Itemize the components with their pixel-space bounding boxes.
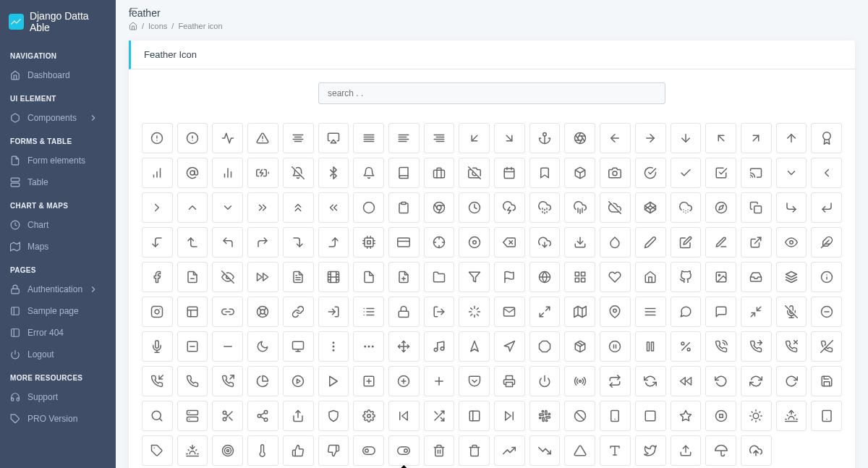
icon-trash-2[interactable]: [424, 435, 455, 466]
icon-globe[interactable]: [529, 262, 561, 292]
icon-at-sign[interactable]: [177, 158, 208, 188]
icon-rotate-cw[interactable]: [776, 366, 807, 396]
icon-grid[interactable]: [564, 262, 595, 292]
icon-aperture[interactable]: [564, 123, 595, 153]
icon-skip-forward[interactable]: [494, 401, 525, 431]
icon-arrow-right[interactable]: [635, 123, 666, 153]
icon-mic-off[interactable]: [776, 297, 807, 327]
icon-corner-up-left[interactable]: [212, 227, 243, 258]
icon-align-right[interactable]: [424, 123, 455, 153]
nav-pro-version[interactable]: PRO Version: [0, 408, 116, 430]
icon-corner-right-up[interactable]: [318, 227, 349, 258]
icon-tag[interactable]: [142, 435, 173, 466]
icon-check-square[interactable]: [705, 158, 736, 188]
home-icon[interactable]: [129, 22, 137, 30]
icon-toggle-right[interactable]: icon-voicemail: [388, 435, 420, 466]
icon-plus-circle[interactable]: [388, 366, 420, 396]
icon-box[interactable]: [564, 158, 595, 188]
icon-play-circle[interactable]: [283, 366, 314, 396]
icon-map[interactable]: [564, 297, 595, 327]
icon-feather[interactable]: [811, 227, 842, 258]
icon-eye[interactable]: [776, 227, 807, 258]
icon-pause-circle[interactable]: [600, 331, 631, 362]
icon-life-buoy[interactable]: [247, 297, 278, 327]
icon-airplay[interactable]: [318, 123, 349, 153]
icon-align-justify[interactable]: [353, 123, 384, 153]
icon-bookmark[interactable]: [529, 158, 561, 188]
icon-corner-right-down[interactable]: [283, 227, 314, 258]
icon-package[interactable]: [564, 331, 595, 362]
icon-move[interactable]: [388, 331, 420, 362]
icon-corner-left-down[interactable]: [142, 227, 173, 258]
icon-repeat[interactable]: [600, 366, 631, 396]
search-input[interactable]: [318, 82, 665, 104]
icon-server[interactable]: [177, 401, 208, 431]
icon-log-out[interactable]: [424, 297, 455, 327]
icon-pause[interactable]: [635, 331, 666, 362]
icon-info[interactable]: [811, 262, 842, 292]
nav-form-elements[interactable]: Form elements: [0, 150, 116, 171]
icon-circle[interactable]: [353, 192, 384, 223]
icon-activity[interactable]: [212, 123, 243, 153]
icon-credit-card[interactable]: [388, 227, 420, 258]
icon-link-2[interactable]: [212, 297, 243, 327]
icon-sunrise[interactable]: [776, 401, 807, 431]
icon-twitter[interactable]: [635, 435, 666, 466]
icon-message-square[interactable]: [705, 297, 736, 327]
icon-droplet[interactable]: [600, 227, 631, 258]
icon-camera[interactable]: [600, 158, 631, 188]
icon-arrow-up[interactable]: [776, 123, 807, 153]
icon-edit-2[interactable]: [635, 227, 666, 258]
icon-chevrons-left[interactable]: [318, 192, 349, 223]
icon-external-link[interactable]: [741, 227, 772, 258]
icon-calendar[interactable]: [494, 158, 525, 188]
icon-type[interactable]: [600, 435, 631, 466]
icon-skip-back[interactable]: [388, 401, 420, 431]
nav-sample-page[interactable]: Sample page: [0, 300, 116, 322]
icon-fast-forward[interactable]: [247, 262, 278, 292]
icon-folder[interactable]: [424, 262, 455, 292]
icon-corner-down-right[interactable]: [776, 192, 807, 223]
icon-arrow-up-right[interactable]: [741, 123, 772, 153]
icon-phone-forwarded[interactable]: [741, 331, 772, 362]
icon-thumbs-up[interactable]: [283, 435, 314, 466]
icon-navigation-2[interactable]: [459, 331, 490, 362]
icon-cloud-rain[interactable]: [564, 192, 595, 223]
icon-menu[interactable]: [635, 297, 666, 327]
icon-slack[interactable]: [529, 401, 561, 431]
icon-sun[interactable]: [741, 401, 772, 431]
icon-arrow-down[interactable]: [671, 123, 702, 153]
icon-minus-square[interactable]: [177, 331, 208, 362]
icon-image[interactable]: [705, 262, 736, 292]
icon-shield[interactable]: [318, 401, 349, 431]
breadcrumb-icons[interactable]: Icons: [148, 22, 167, 30]
icon-home[interactable]: [635, 262, 666, 292]
icon-share-2[interactable]: [247, 401, 278, 431]
icon-bluetooth[interactable]: [318, 158, 349, 188]
icon-alert-circle[interactable]: [142, 123, 173, 153]
icon-play[interactable]: [318, 366, 349, 396]
icon-triangle[interactable]: [564, 435, 595, 466]
icon-link[interactable]: [283, 297, 314, 327]
icon-log-in[interactable]: [318, 297, 349, 327]
icon-flag[interactable]: [494, 262, 525, 292]
icon-facebook[interactable]: [142, 262, 173, 292]
icon-more-horizontal[interactable]: [353, 331, 384, 362]
icon-alert-triangle[interactable]: [247, 123, 278, 153]
icon-chevron-down[interactable]: [776, 158, 807, 188]
icon-align-center[interactable]: [283, 123, 314, 153]
icon-refresh-cw[interactable]: [741, 366, 772, 396]
icon-percent[interactable]: [671, 331, 702, 362]
icon-umbrella[interactable]: [705, 435, 736, 466]
icon-refresh-ccw[interactable]: [635, 366, 666, 396]
icon-trending-down[interactable]: [529, 435, 561, 466]
icon-chevron-down[interactable]: [212, 192, 243, 223]
icon-layers[interactable]: [776, 262, 807, 292]
icon-upload[interactable]: [671, 435, 702, 466]
icon-edit-3[interactable]: [705, 227, 736, 258]
icon-filter[interactable]: [459, 262, 490, 292]
icon-arrow-up-left[interactable]: [705, 123, 736, 153]
icon-smartphone[interactable]: [600, 401, 631, 431]
icon-copy[interactable]: [741, 192, 772, 223]
icon-film[interactable]: [318, 262, 349, 292]
